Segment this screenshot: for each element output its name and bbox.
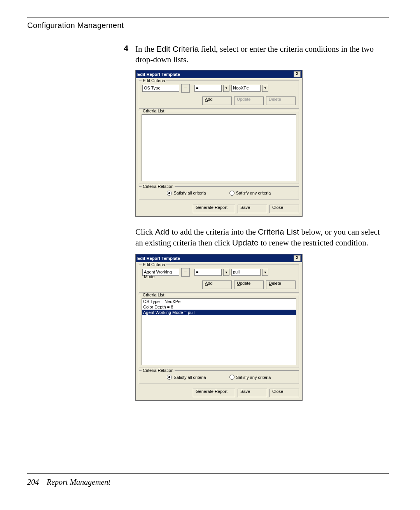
list-item[interactable]: OS Type = NeoXPe bbox=[142, 299, 296, 304]
radio-icon bbox=[229, 191, 234, 196]
edit-criteria-legend: Edit Criteria bbox=[142, 78, 166, 83]
delete-button[interactable]: Delete bbox=[266, 96, 296, 105]
content-column: 4 In the Edit Criteria field, select or … bbox=[111, 44, 389, 401]
criteria-list-legend: Criteria List bbox=[142, 109, 166, 113]
add-button[interactable]: Add bbox=[202, 96, 232, 105]
close-button[interactable]: Close bbox=[270, 205, 299, 213]
p2-label-add: Add bbox=[155, 227, 170, 236]
criteria-field-input[interactable]: OS Type bbox=[142, 85, 179, 92]
dialog-footer-buttons: Generate Report Save Close bbox=[136, 386, 302, 400]
radio-label: Satisfy any criteria bbox=[236, 375, 271, 380]
radio-satisfy-any[interactable]: Satisfy any criteria bbox=[229, 191, 271, 196]
step-text: In the Edit Criteria field, select or en… bbox=[135, 44, 389, 65]
criteria-list-fieldset: Criteria List bbox=[139, 111, 299, 184]
dialog-titlebar: Edit Report Template X bbox=[136, 254, 302, 262]
p2-t1: Click bbox=[135, 227, 155, 237]
radio-label: Satisfy all criteria bbox=[173, 191, 206, 195]
p2-t2: to add the criteria into the bbox=[170, 227, 258, 237]
edit-criteria-fieldset: Edit Criteria OS Type ... =▼ NeoXPe▼ Add… bbox=[139, 81, 299, 109]
chevron-down-icon[interactable]: ▼ bbox=[223, 269, 229, 276]
update-button[interactable]: Update bbox=[234, 280, 264, 289]
generate-report-button[interactable]: Generate Report bbox=[193, 205, 235, 213]
criteria-buttons: Add Update Delete bbox=[142, 280, 296, 289]
chevron-down-icon[interactable]: ▼ bbox=[262, 269, 268, 276]
add-button[interactable]: Add bbox=[202, 280, 232, 289]
criteria-relation-fieldset: Criteria Relation Satisfy all criteria S… bbox=[139, 186, 299, 200]
chevron-down-icon[interactable]: ▼ bbox=[223, 85, 229, 92]
criteria-row: OS Type ... =▼ NeoXPe▼ bbox=[142, 84, 296, 93]
criteria-list[interactable]: OS Type = NeoXPe Color Depth = 8 Agent W… bbox=[142, 298, 296, 365]
p2-label-update: Update bbox=[232, 238, 259, 247]
footer-rule bbox=[27, 473, 389, 474]
footer-text: 204 Report Management bbox=[27, 478, 389, 487]
dialog-titlebar: Edit Report Template X bbox=[136, 70, 302, 78]
edit-criteria-fieldset: Edit Criteria Agent Working Mode ... =▼ … bbox=[139, 265, 299, 293]
criteria-field-input[interactable]: Agent Working Mode bbox=[142, 269, 179, 276]
criteria-list-fieldset: Criteria List OS Type = NeoXPe Color Dep… bbox=[139, 295, 299, 368]
criteria-list[interactable] bbox=[142, 114, 296, 181]
dialog-footer-buttons: Generate Report Save Close bbox=[136, 202, 302, 216]
generate-report-button[interactable]: Generate Report bbox=[193, 389, 235, 397]
update-button[interactable]: Update bbox=[234, 96, 264, 105]
document-page: Configuration Management 4 In the Edit C… bbox=[0, 0, 420, 510]
paragraph-2: Click Add to add the criteria into the C… bbox=[135, 226, 381, 249]
relation-radios: Satisfy all criteria Satisfy any criteri… bbox=[141, 372, 297, 382]
chapter-title: Configuration Management bbox=[27, 21, 389, 30]
step-number: 4 bbox=[111, 44, 135, 53]
radio-icon bbox=[167, 375, 172, 380]
radio-label: Satisfy all criteria bbox=[173, 375, 206, 380]
relation-radios: Satisfy all criteria Satisfy any criteri… bbox=[141, 188, 297, 198]
criteria-row: Agent Working Mode ... =▼ pull▼ bbox=[142, 268, 296, 277]
operator-dropdown[interactable]: = bbox=[194, 85, 222, 92]
step-label-editcriteria: Edit Criteria bbox=[156, 44, 199, 53]
radio-icon bbox=[167, 191, 172, 196]
radio-satisfy-any[interactable]: Satisfy any criteria bbox=[229, 375, 271, 380]
close-icon[interactable]: X bbox=[294, 71, 301, 77]
value-dropdown[interactable]: pull bbox=[231, 269, 261, 276]
relation-legend: Criteria Relation bbox=[142, 368, 175, 373]
close-button[interactable]: Close bbox=[270, 389, 299, 397]
edit-report-template-dialog-1: Edit Report Template X Edit Criteria OS … bbox=[135, 70, 303, 217]
edit-criteria-legend: Edit Criteria bbox=[142, 262, 166, 267]
edit-report-template-dialog-2: Edit Report Template X Edit Criteria Age… bbox=[135, 254, 303, 401]
delete-button[interactable]: Delete bbox=[266, 280, 296, 289]
step-4: 4 In the Edit Criteria field, select or … bbox=[111, 44, 389, 65]
page-footer: 204 Report Management bbox=[27, 473, 389, 487]
operator-dropdown[interactable]: = bbox=[194, 269, 222, 276]
relation-legend: Criteria Relation bbox=[142, 184, 175, 189]
p2-label-criterialist: Criteria List bbox=[258, 227, 299, 236]
criteria-buttons: Add Update Delete bbox=[142, 96, 296, 105]
radio-label: Satisfy any criteria bbox=[236, 191, 271, 195]
list-item[interactable]: Agent Working Mode = pull bbox=[142, 310, 296, 315]
page-number: 204 bbox=[27, 478, 39, 486]
header-rule bbox=[27, 18, 389, 18]
save-button[interactable]: Save bbox=[238, 389, 267, 397]
close-icon[interactable]: X bbox=[294, 255, 301, 261]
criteria-list-legend: Criteria List bbox=[142, 293, 166, 297]
list-item[interactable]: Color Depth = 8 bbox=[142, 304, 296, 310]
p2-t4: to renew the restricted condition. bbox=[259, 238, 368, 247]
radio-icon bbox=[229, 375, 234, 380]
dialog-title: Edit Report Template bbox=[137, 256, 180, 261]
step-t1: In the bbox=[135, 44, 156, 54]
value-dropdown[interactable]: NeoXPe bbox=[231, 85, 261, 92]
browse-button[interactable]: ... bbox=[181, 84, 190, 93]
radio-satisfy-all[interactable]: Satisfy all criteria bbox=[167, 375, 206, 380]
chevron-down-icon[interactable]: ▼ bbox=[262, 85, 268, 92]
radio-satisfy-all[interactable]: Satisfy all criteria bbox=[167, 191, 206, 196]
criteria-relation-fieldset: Criteria Relation Satisfy all criteria S… bbox=[139, 370, 299, 384]
dialog-title: Edit Report Template bbox=[137, 72, 180, 77]
browse-button[interactable]: ... bbox=[181, 268, 190, 277]
section-title: Report Management bbox=[47, 478, 110, 486]
save-button[interactable]: Save bbox=[238, 205, 267, 213]
